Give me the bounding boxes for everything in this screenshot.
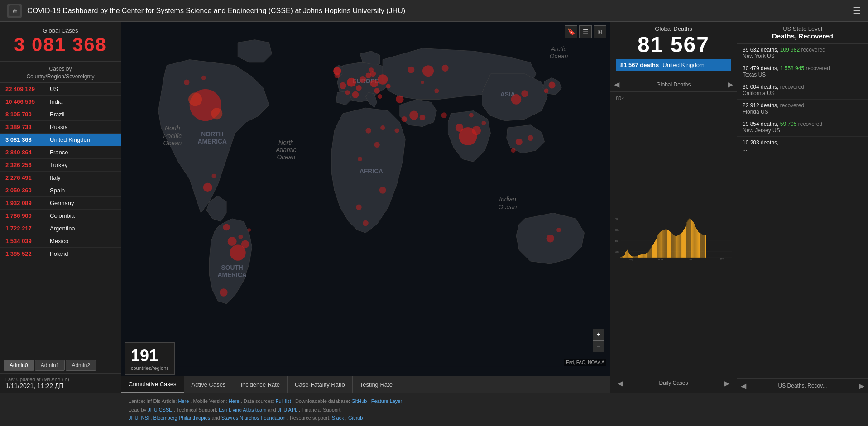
- map-tab-case-fatality-ratio[interactable]: Case-Fatality Ratio: [288, 376, 353, 393]
- us-state-item[interactable]: 39 632 deaths, 109 982 recoveredNew York…: [737, 44, 868, 62]
- info-fulllist-link[interactable]: Full list: [276, 398, 291, 404]
- country-list-item[interactable]: 1 786 900Colombia: [0, 210, 121, 222]
- deaths-panel: Global Deaths 81 567 81 567 deaths Unite…: [610, 22, 737, 393]
- admin-tab-admin2[interactable]: Admin2: [66, 360, 96, 371]
- map-tab-incidence-rate[interactable]: Incidence Rate: [233, 376, 288, 393]
- svg-rect-165: [690, 219, 690, 258]
- country-list-item[interactable]: 2 326 256Turkey: [0, 159, 121, 172]
- info-jhuapl-link[interactable]: JHU APL: [278, 407, 297, 412]
- info-feature-link[interactable]: Feature Layer: [371, 398, 402, 404]
- us-nav: ◀ US Deaths, Recov... ▶: [737, 378, 868, 393]
- svg-point-64: [380, 125, 385, 130]
- jhu-logo: 🏛: [7, 4, 22, 18]
- us-state-item[interactable]: 30 004 deaths, recoveredCalifornia US: [737, 81, 868, 100]
- svg-rect-93: [626, 251, 626, 258]
- list-icon[interactable]: ☰: [579, 25, 592, 38]
- info-bloomberg-link[interactable]: Bloomberg Philanthropies: [153, 415, 210, 421]
- svg-rect-140: [667, 230, 668, 258]
- menu-icon[interactable]: ☰: [853, 5, 861, 16]
- svg-point-57: [201, 76, 206, 80]
- us-state-list[interactable]: 39 632 deaths, 109 982 recoveredNew York…: [737, 44, 868, 378]
- svg-rect-100: [632, 256, 633, 257]
- info-github-link[interactable]: GitHub: [351, 398, 367, 404]
- deaths-prev-arrow[interactable]: ◀: [614, 80, 619, 89]
- country-list-item[interactable]: 1 385 522Poland: [0, 248, 121, 260]
- info-esri-link[interactable]: Esri Living Atlas team: [219, 407, 266, 412]
- cases-by-label: Cases byCountry/Region/Sovereignty: [0, 62, 121, 83]
- country-list[interactable]: 22 409 129US10 466 595India8 105 790Braz…: [0, 83, 121, 357]
- svg-rect-137: [665, 230, 665, 258]
- country-list-item[interactable]: 2 050 360Spain: [0, 184, 121, 197]
- svg-point-55: [521, 90, 528, 97]
- svg-rect-175: [698, 232, 699, 258]
- svg-point-52: [528, 135, 533, 141]
- svg-point-35: [442, 65, 449, 72]
- country-list-item[interactable]: 1 932 089Germany: [0, 197, 121, 210]
- info-mobile-link[interactable]: Here: [229, 398, 240, 404]
- svg-rect-115: [645, 254, 646, 258]
- svg-rect-104: [636, 256, 636, 258]
- info-github2-link[interactable]: Github: [348, 415, 363, 421]
- grid-icon[interactable]: ⊞: [594, 25, 606, 38]
- country-list-item[interactable]: 2 840 864France: [0, 146, 121, 159]
- map-area[interactable]: 🔖 ☰ ⊞: [121, 22, 610, 393]
- us-prev-arrow[interactable]: ◀: [741, 382, 746, 390]
- global-cases-box: Global Cases 3 081 368: [0, 22, 121, 62]
- deaths-highlight-label: United Kingdom: [662, 62, 705, 68]
- last-updated-date: 1/11/2021, 11:22 ДП: [5, 382, 115, 389]
- country-list-item[interactable]: 2 276 491Italy: [0, 172, 121, 184]
- svg-rect-97: [629, 254, 630, 258]
- country-list-item[interactable]: 3 389 733Russia: [0, 121, 121, 134]
- chart-next-arrow[interactable]: ▶: [724, 379, 729, 388]
- svg-point-19: [340, 82, 346, 89]
- us-state-item[interactable]: 22 912 deaths, recoveredFlorida US: [737, 100, 868, 118]
- us-state-item[interactable]: 10 203 deaths, ...: [737, 137, 868, 155]
- svg-rect-130: [658, 234, 659, 258]
- country-list-item[interactable]: 1 722 217Argentina: [0, 222, 121, 235]
- deaths-next-arrow[interactable]: ▶: [728, 80, 733, 89]
- country-name: France: [50, 149, 68, 156]
- map-tab-active-cases[interactable]: Active Cases: [184, 376, 234, 393]
- svg-point-13: [347, 78, 356, 87]
- map-tab-cumulative-cases[interactable]: Cumulative Cases: [121, 376, 184, 393]
- country-list-item[interactable]: 3 081 368United Kingdom: [0, 134, 121, 146]
- chart-prev-arrow[interactable]: ◀: [618, 379, 623, 388]
- country-count: 2 326 256: [5, 162, 46, 168]
- svg-text:Pacific: Pacific: [163, 133, 182, 139]
- svg-point-59: [556, 228, 561, 232]
- svg-point-33: [472, 126, 481, 135]
- admin-tab-admin1[interactable]: Admin1: [35, 360, 65, 371]
- country-list-item[interactable]: 8 105 790Brazil: [0, 108, 121, 121]
- us-state-item[interactable]: 30 479 deaths, 1 558 945 recoveredTexas …: [737, 62, 868, 81]
- svg-rect-151: [677, 235, 677, 258]
- svg-rect-160: [685, 227, 686, 258]
- country-name: Argentina: [50, 225, 75, 232]
- info-jhu-nsf-link[interactable]: JHU, NSF,: [129, 415, 152, 421]
- zoom-in-button[interactable]: +: [593, 329, 604, 340]
- info-article-link[interactable]: Here: [178, 398, 189, 404]
- zoom-out-button[interactable]: −: [593, 340, 604, 352]
- country-count: 1 385 522: [5, 250, 46, 257]
- country-name: Spain: [50, 187, 65, 194]
- country-list-item[interactable]: 10 466 595India: [0, 96, 121, 108]
- svg-point-43: [396, 96, 404, 104]
- us-state-item[interactable]: 19 854 deaths, 59 705 recoveredNew Jerse…: [737, 118, 868, 137]
- admin-tab-admin0[interactable]: Admin0: [4, 360, 34, 371]
- country-list-item[interactable]: 1 534 039Mexico: [0, 235, 121, 248]
- svg-rect-88: [622, 257, 622, 258]
- country-count: 3 389 733: [5, 124, 46, 130]
- svg-point-49: [379, 187, 386, 194]
- daily-cases-chart: 80k 60k 40k 20k 0 апр. июль окт. 2021: [614, 101, 733, 377]
- svg-rect-147: [674, 235, 674, 258]
- us-next-arrow[interactable]: ▶: [859, 382, 864, 390]
- us-nav-label: US Deaths, Recov...: [778, 383, 827, 389]
- info-stavros-link[interactable]: Stavros Niarchos Foundation: [221, 415, 286, 421]
- info-jhu-csse-link[interactable]: JHU CSSE: [148, 407, 172, 412]
- country-list-item[interactable]: 22 409 129US: [0, 83, 121, 96]
- africa-label: AFRICA: [360, 168, 383, 175]
- map-tab-testing-rate[interactable]: Testing Rate: [353, 376, 400, 393]
- info-slack-link[interactable]: Slack: [332, 415, 344, 421]
- svg-point-22: [386, 84, 391, 89]
- bookmark-icon[interactable]: 🔖: [565, 25, 577, 38]
- svg-point-70: [238, 235, 243, 239]
